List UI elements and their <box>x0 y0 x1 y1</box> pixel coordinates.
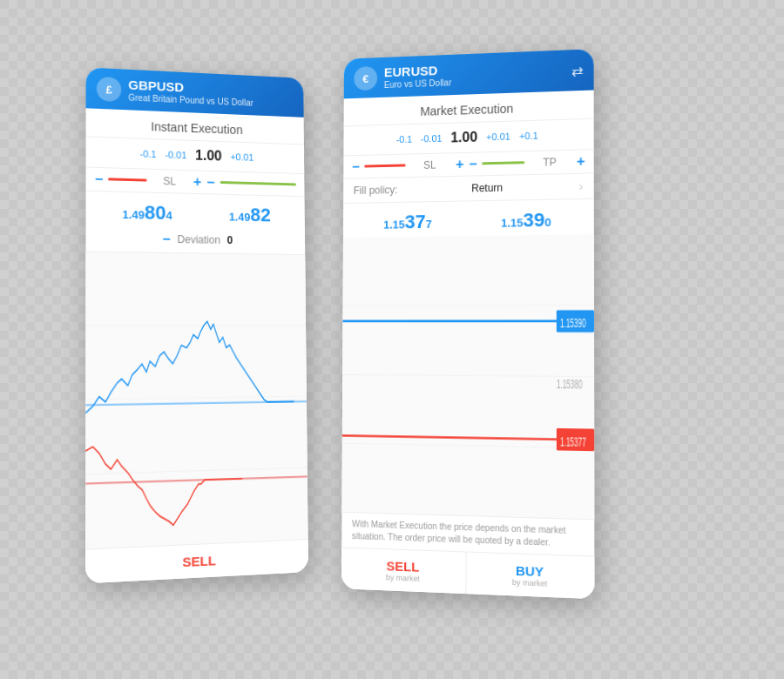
phone1-vol-minus-small[interactable]: -0.01 <box>165 149 186 160</box>
phone1-deviation-value: 0 <box>227 234 233 246</box>
svg-line-2 <box>85 467 307 474</box>
phone2-sl-section: SL <box>365 158 451 172</box>
phone1-deviation-row: − Deviation 0 <box>85 226 305 255</box>
phone2-tp-label: TP <box>528 155 571 168</box>
phone2-sell-price: 1.15 37 7 <box>383 211 432 233</box>
phone2-bottom-buttons: SELL by market BUY by market <box>341 548 594 600</box>
phone2-sell-sub: by market <box>341 571 465 585</box>
phone2-description: Euro vs US Dollar <box>384 77 451 91</box>
phone2-vol-minus-big[interactable]: -0.1 <box>396 133 412 144</box>
svg-line-1 <box>85 396 307 400</box>
phone1-sl-bar <box>108 178 146 181</box>
phone2-vol-plus-big[interactable]: +0.1 <box>519 130 538 141</box>
phone1-sl-section: SL <box>108 173 188 188</box>
phone2-sl-bar <box>365 164 406 167</box>
phone2-chart: 1.15390 1.15377 1.15380 <box>341 234 594 520</box>
phone1-header-text: GBPUSD Great Britain Pound vs US Dollar <box>128 78 253 108</box>
svg-line-9 <box>342 435 567 439</box>
phone1-currency-icon: £ <box>97 77 121 102</box>
swap-icon[interactable]: ⇄ <box>571 63 583 80</box>
phone2-tp-plus[interactable]: + <box>577 153 585 169</box>
svg-text:1.15380: 1.15380 <box>557 377 583 391</box>
phone-eurusd: € EURUSD Euro vs US Dollar ⇄ Market Exec… <box>341 49 594 599</box>
phone1-body: Instant Execution -0.1 -0.01 1.00 +0.01 … <box>85 108 308 583</box>
phone2-header-text: EURUSD Euro vs US Dollar <box>384 64 451 91</box>
phone2-tp-section: TP <box>483 155 571 169</box>
phone1-sl-plus[interactable]: + <box>193 174 201 190</box>
phone2-body: Market Execution -0.1 -0.01 1.00 +0.01 +… <box>341 90 594 599</box>
phone2-chart-svg: 1.15390 1.15377 1.15380 <box>341 234 594 520</box>
phone2-sl-label: SL <box>409 158 451 171</box>
phone2-tp-minus[interactable]: − <box>469 156 476 171</box>
phone1-chart-svg <box>85 252 308 548</box>
phone1-vol-minus-big[interactable]: -0.1 <box>139 148 156 159</box>
svg-line-4 <box>85 476 308 483</box>
svg-text:1.15377: 1.15377 <box>560 434 586 448</box>
phone2-sell-button[interactable]: SELL by market <box>341 548 465 594</box>
phone2-fill-arrow: › <box>579 178 584 192</box>
svg-text:1.15390: 1.15390 <box>560 316 586 329</box>
phone1-price-display: 1.49 80 4 1.49 82 <box>85 191 304 230</box>
phone2-fill-policy-label: Fill policy: <box>354 184 398 197</box>
phone-gbpusd: £ GBPUSD Great Britain Pound vs US Dolla… <box>85 67 308 583</box>
phone1-sl-minus[interactable]: − <box>95 171 104 186</box>
phone2-fill-policy-value[interactable]: Return <box>471 181 503 194</box>
phone2-sl-minus[interactable]: − <box>352 158 360 174</box>
svg-line-5 <box>343 305 594 306</box>
phone1-sl-minus2[interactable]: − <box>206 174 214 190</box>
phone2-vol-minus-small[interactable]: -0.01 <box>421 132 443 144</box>
phone1-buy-price: 1.49 82 <box>229 203 271 225</box>
phone2-sl-plus[interactable]: + <box>456 156 463 171</box>
phone2-currency-icon: € <box>354 66 377 91</box>
svg-line-7 <box>342 443 594 447</box>
phone1-vol-current[interactable]: 1.00 <box>195 147 222 164</box>
phone2-price-display: 1.15 37 7 1.15 39 0 <box>343 198 594 237</box>
phone2-buy-sub: by market <box>466 576 594 590</box>
phone2-buy-price: 1.15 39 0 <box>501 208 551 232</box>
phone1-sell-price: 1.49 80 4 <box>122 200 172 224</box>
svg-line-6 <box>342 374 594 376</box>
phone2-vol-current[interactable]: 1.00 <box>450 129 477 145</box>
phone2-tp-bar <box>483 161 525 165</box>
phone1-deviation-label: Deviation <box>178 233 220 246</box>
phone1-vol-plus-small[interactable]: +0.01 <box>230 151 253 163</box>
phone2-vol-plus-small[interactable]: +0.01 <box>486 131 510 142</box>
phone1-chart <box>85 252 308 548</box>
phone1-tp-bar <box>220 181 296 185</box>
phone1-sl-label: SL <box>151 174 189 187</box>
phone2-buy-button[interactable]: BUY by market <box>465 551 594 599</box>
